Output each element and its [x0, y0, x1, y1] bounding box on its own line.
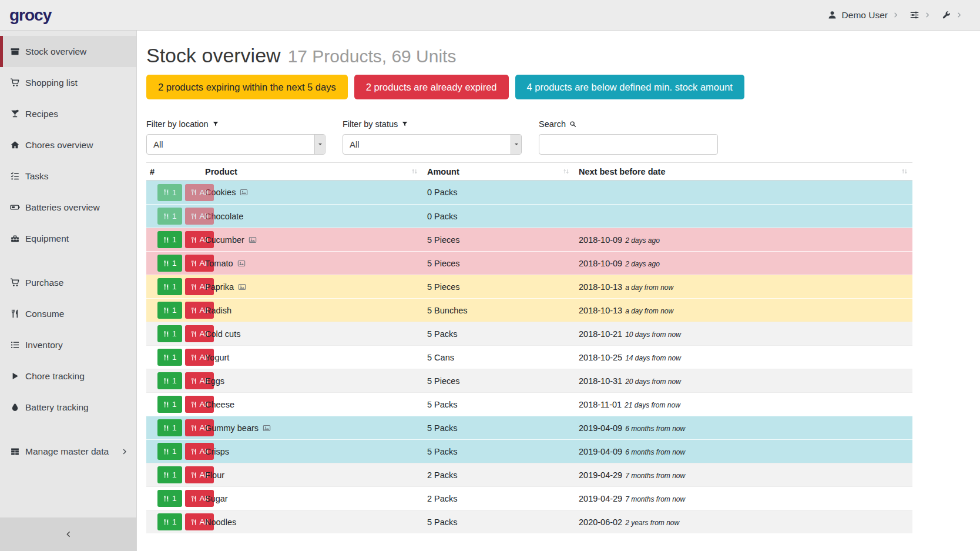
sidebar-item-recipes[interactable]: Recipes — [0, 98, 136, 129]
utensils-icon — [163, 236, 170, 243]
settings-menu[interactable] — [909, 10, 931, 20]
sidebar-item-inventory[interactable]: Inventory — [0, 329, 136, 360]
consume-one-button[interactable]: 1 — [157, 490, 182, 507]
amount-cell: 0 Packs — [427, 188, 579, 197]
utensils-icon — [190, 307, 197, 314]
bbd-date: 2019-04-29 — [579, 470, 622, 480]
bbd-note: a day from now — [625, 307, 673, 315]
admin-menu[interactable] — [941, 10, 962, 20]
sidebar-item-equipment[interactable]: Equipment — [0, 223, 136, 254]
table-row: 1 All Radish 5 Bunches 2018-10-13 a day … — [146, 298, 912, 322]
table-row: 1 All Sugar 2 Packs 2019-04-29 7 months … — [146, 486, 912, 510]
sliders-icon — [909, 10, 919, 20]
amount-cell: 0 Packs — [427, 212, 579, 221]
sidebar-item-battery-tracking[interactable]: Battery tracking — [0, 392, 136, 423]
page-head: Stock overview 17 Products, 69 Units — [146, 44, 912, 67]
product-name: Cheese — [205, 400, 234, 409]
product-image-icon — [240, 188, 248, 196]
column-header-bbd[interactable]: Next best before date — [579, 167, 912, 176]
product-image-icon — [238, 283, 246, 291]
amount-cell: 2 Packs — [427, 470, 579, 480]
table-icon — [10, 446, 20, 456]
page-subtitle: 17 Products, 69 Units — [288, 46, 457, 66]
product-name: Radish — [205, 306, 231, 315]
bbd-note: 6 months from now — [625, 448, 685, 456]
utensils-icon — [10, 309, 20, 319]
table-row: 1 All Cold cuts 5 Packs 2018-10-21 10 da… — [146, 322, 912, 345]
consume-one-button[interactable]: 1 — [157, 513, 182, 530]
bbd-note: 20 days from now — [625, 378, 681, 386]
utensils-icon — [190, 472, 197, 479]
sidebar-item-purchase[interactable]: Purchase — [0, 267, 136, 298]
sidebar-item-stock-overview[interactable]: Stock overview — [0, 36, 136, 67]
consume-one-button[interactable]: 1 — [157, 443, 182, 460]
amount-cell: 5 Packs — [427, 447, 579, 456]
location-filter-label: Filter by location — [146, 119, 209, 129]
expiring-alert-button[interactable]: 2 products expiring within the next 5 da… — [146, 75, 348, 99]
app-logo[interactable]: grocy — [9, 6, 51, 25]
amount-cell: 5 Packs — [427, 423, 579, 433]
utensils-icon — [190, 378, 197, 385]
product-name: Tomato — [205, 259, 233, 268]
page-title: Stock overview — [146, 44, 281, 67]
amount-cell: 5 Cans — [427, 353, 579, 362]
sidebar: Stock overview Shopping list Recipes Cho… — [0, 31, 137, 551]
utensils-icon — [163, 260, 170, 267]
sidebar-collapse-button[interactable] — [0, 517, 136, 551]
utensils-icon — [190, 189, 197, 196]
sidebar-item-shopping-list[interactable]: Shopping list — [0, 67, 136, 98]
utensils-icon — [163, 425, 170, 432]
sidebar-item-chores-overview[interactable]: Chores overview — [0, 129, 136, 161]
person-icon — [827, 10, 837, 20]
product-name: Sugar — [205, 494, 228, 503]
consume-one-button[interactable]: 1 — [157, 419, 182, 436]
consume-one-button: 1 — [157, 184, 182, 201]
sidebar-item-chore-tracking[interactable]: Chore tracking — [0, 360, 136, 392]
filters-row: Filter by location All Filter by status … — [146, 119, 912, 155]
bbd-note: 14 days from now — [625, 354, 681, 362]
consume-one-button[interactable]: 1 — [157, 231, 182, 248]
utensils-icon — [190, 213, 197, 220]
consume-one-button[interactable]: 1 — [157, 325, 182, 342]
main-content: Stock overview 17 Products, 69 Units 2 p… — [137, 0, 980, 533]
table-row: 1 All Yogurt 5 Cans 2018-10-25 14 days f… — [146, 345, 912, 369]
toolbox-icon — [10, 233, 20, 243]
consume-one-button[interactable]: 1 — [157, 278, 182, 295]
utensils-icon — [190, 495, 197, 502]
utensils-icon — [163, 283, 170, 290]
bbd-date: 2020-06-02 — [579, 517, 622, 527]
table-body: 1 All Cookies 0 Packs 1 All — [146, 181, 912, 533]
sidebar-item-batteries-overview[interactable]: Batteries overview — [0, 192, 136, 223]
utensils-icon — [163, 448, 170, 455]
search-input[interactable] — [539, 134, 718, 155]
utensils-icon — [190, 425, 197, 432]
amount-cell: 5 Bunches — [427, 306, 579, 315]
expired-alert-button[interactable]: 2 products are already expired — [354, 75, 509, 99]
tasks-icon — [10, 171, 20, 181]
consume-one-button[interactable]: 1 — [157, 466, 182, 483]
alerts-row: 2 products expiring within the next 5 da… — [146, 75, 912, 99]
consume-one-button[interactable]: 1 — [157, 349, 182, 366]
below-min-stock-alert-button[interactable]: 4 products are below defined min. stock … — [515, 75, 744, 99]
product-name: Eggs — [205, 376, 224, 386]
status-filter-select[interactable]: All — [343, 134, 522, 155]
sidebar-item-tasks[interactable]: Tasks — [0, 161, 136, 192]
consume-all-button: All — [185, 184, 214, 201]
funnel-icon — [401, 121, 408, 128]
table-row: 1 All Chocolate 0 Packs — [146, 204, 912, 228]
sidebar-item-consume[interactable]: Consume — [0, 298, 136, 329]
status-filter-group: Filter by status All — [343, 119, 522, 155]
column-header-product[interactable]: Product — [205, 167, 427, 176]
consume-one-button[interactable]: 1 — [157, 372, 182, 389]
utensils-icon — [163, 307, 170, 314]
consume-one-button[interactable]: 1 — [157, 396, 182, 413]
product-image-icon — [263, 424, 271, 432]
sidebar-item-manage-master-data[interactable]: Manage master data — [0, 436, 136, 467]
consume-one-button[interactable]: 1 — [157, 255, 182, 272]
consume-one-button[interactable]: 1 — [157, 302, 182, 319]
user-menu[interactable]: Demo User — [827, 10, 899, 21]
column-header-amount[interactable]: Amount — [427, 167, 579, 176]
product-name: Flour — [205, 470, 224, 480]
location-filter-select[interactable]: All — [146, 134, 325, 155]
table-row: 1 All Paprika 5 Pieces 2018-10-13 a day … — [146, 275, 912, 298]
